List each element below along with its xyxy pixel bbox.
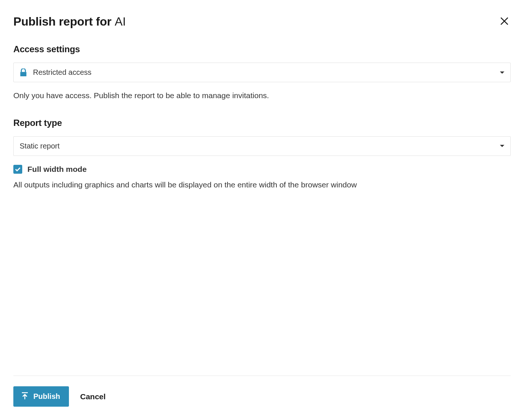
lock-icon: [20, 69, 27, 77]
access-settings-section: Access settings Restricted access: [13, 44, 511, 101]
report-type-section: Report type Static report Full width: [13, 118, 511, 191]
dialog-title: Publish report for AI: [13, 15, 126, 29]
chevron-down-icon: [500, 144, 504, 147]
publish-dialog: Publish report for AI Access settings: [0, 0, 524, 420]
access-select-left: Restricted access: [20, 68, 92, 77]
full-width-description: All outputs including graphics and chart…: [13, 179, 511, 191]
report-type-select-left: Static report: [20, 142, 60, 150]
access-section-title: Access settings: [13, 44, 511, 54]
check-icon: [15, 167, 21, 172]
dialog-footer: Publish Cancel: [13, 376, 511, 420]
svg-rect-5: [22, 392, 28, 393]
close-icon: [500, 16, 509, 27]
report-type-title: Report type: [13, 118, 511, 128]
title-prefix: Publish report for: [13, 15, 115, 28]
svg-marker-4: [500, 145, 504, 147]
dialog-body: Access settings Restricted access: [13, 44, 511, 376]
full-width-checkbox[interactable]: [13, 165, 22, 174]
publish-button[interactable]: Publish: [13, 386, 69, 407]
title-subject: AI: [115, 15, 126, 28]
report-type-value: Static report: [20, 142, 60, 150]
dialog-header: Publish report for AI: [13, 15, 511, 29]
publish-button-label: Publish: [33, 392, 60, 401]
access-help-text: Only you have access. Publish the report…: [13, 90, 511, 101]
full-width-label[interactable]: Full width mode: [27, 165, 87, 174]
full-width-checkbox-row: Full width mode: [13, 165, 511, 174]
chevron-down-icon: [500, 71, 504, 74]
close-button[interactable]: [498, 15, 511, 29]
upload-icon: [21, 391, 29, 401]
svg-rect-2: [20, 72, 27, 76]
access-select[interactable]: Restricted access: [13, 63, 511, 82]
cancel-button[interactable]: Cancel: [80, 392, 106, 401]
access-select-value: Restricted access: [33, 68, 92, 77]
report-type-select[interactable]: Static report: [13, 136, 511, 156]
svg-marker-3: [500, 71, 504, 74]
